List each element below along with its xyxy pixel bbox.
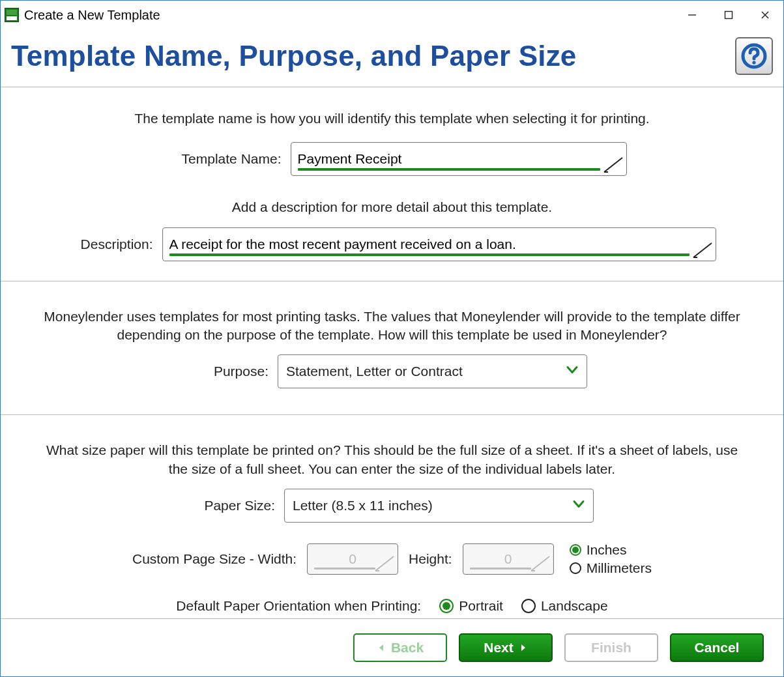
radio-knob — [521, 599, 536, 613]
custom-height-label: Height: — [409, 551, 452, 567]
units-inches-radio[interactable]: Inches — [570, 542, 652, 558]
edit-pen-icon — [603, 154, 625, 174]
description-intro: Add a description for more detail about … — [40, 198, 744, 216]
units-millimeters-label: Millimeters — [587, 560, 652, 576]
edit-pen-icon — [530, 553, 552, 573]
minimize-icon — [688, 10, 697, 20]
paper-size-value: Letter (8.5 x 11 inches) — [293, 498, 433, 513]
description-label: Description: — [68, 237, 153, 252]
maximize-icon — [724, 10, 733, 20]
page-header: Template Name, Purpose, and Paper Size — [1, 29, 783, 87]
section-template-name: The template name is how you will identi… — [1, 87, 783, 281]
minimize-button[interactable] — [674, 3, 710, 27]
section-purpose: Moneylender uses templates for most prin… — [1, 281, 783, 416]
units-inches-label: Inches — [587, 542, 627, 558]
units-group: Inches Millimeters — [570, 542, 652, 576]
window-title: Create a New Template — [24, 8, 160, 23]
next-arrow-icon — [519, 643, 528, 652]
close-icon — [761, 10, 770, 20]
chevron-down-icon — [572, 498, 585, 514]
orientation-portrait-radio[interactable]: Portrait — [439, 598, 503, 614]
cancel-button[interactable]: Cancel — [670, 633, 764, 662]
units-millimeters-radio[interactable]: Millimeters — [570, 560, 652, 576]
purpose-label: Purpose: — [197, 364, 269, 379]
purpose-intro: Moneylender uses templates for most prin… — [40, 308, 744, 345]
chevron-down-icon — [566, 364, 579, 380]
app-icon — [5, 8, 19, 22]
title-bar: Create a New Template — [1, 1, 783, 29]
custom-height-field[interactable] — [463, 543, 554, 575]
template-name-field[interactable] — [291, 142, 627, 176]
custom-width-field[interactable] — [307, 543, 398, 575]
radio-knob — [439, 599, 454, 613]
back-button[interactable]: Back — [353, 633, 447, 662]
orientation-landscape-label: Landscape — [541, 598, 608, 614]
radio-knob — [570, 544, 581, 556]
description-field[interactable] — [162, 227, 716, 261]
orientation-portrait-label: Portrait — [459, 598, 503, 614]
back-label: Back — [391, 640, 424, 655]
field-underline — [470, 568, 531, 569]
edit-pen-icon — [374, 553, 396, 573]
description-input[interactable] — [163, 233, 716, 256]
template-name-input[interactable] — [291, 147, 626, 171]
edit-pen-icon — [692, 240, 714, 259]
paper-size-label: Paper Size: — [190, 498, 275, 513]
close-button[interactable] — [747, 3, 783, 27]
field-underline — [314, 568, 375, 569]
field-underline — [169, 253, 690, 256]
orientation-label: Default Paper Orientation when Printing: — [176, 598, 421, 614]
help-button[interactable] — [735, 37, 773, 75]
page-title: Template Name, Purpose, and Paper Size — [11, 40, 735, 72]
help-icon — [741, 43, 767, 69]
purpose-value: Statement, Letter or Contract — [286, 364, 463, 379]
orientation-landscape-radio[interactable]: Landscape — [521, 598, 608, 614]
template-name-label: Template Name: — [158, 151, 282, 167]
wizard-footer: Back Next Finish Cancel — [1, 618, 783, 676]
template-name-intro: The template name is how you will identi… — [40, 109, 744, 128]
purpose-select[interactable]: Statement, Letter or Contract — [278, 354, 587, 388]
custom-width-label: Custom Page Size - Width: — [132, 551, 297, 567]
cancel-label: Cancel — [695, 640, 740, 655]
maximize-button[interactable] — [710, 3, 747, 27]
radio-knob — [570, 562, 581, 574]
field-underline — [298, 168, 600, 171]
back-arrow-icon — [377, 643, 386, 652]
finish-button[interactable]: Finish — [564, 633, 658, 662]
paper-size-select[interactable]: Letter (8.5 x 11 inches) — [284, 489, 594, 523]
next-button[interactable]: Next — [459, 633, 553, 662]
finish-label: Finish — [591, 640, 632, 655]
paper-intro: What size paper will this template be pr… — [40, 441, 744, 478]
svg-point-5 — [752, 61, 755, 64]
next-label: Next — [484, 640, 514, 655]
svg-rect-1 — [725, 12, 733, 19]
window-controls — [674, 3, 783, 27]
